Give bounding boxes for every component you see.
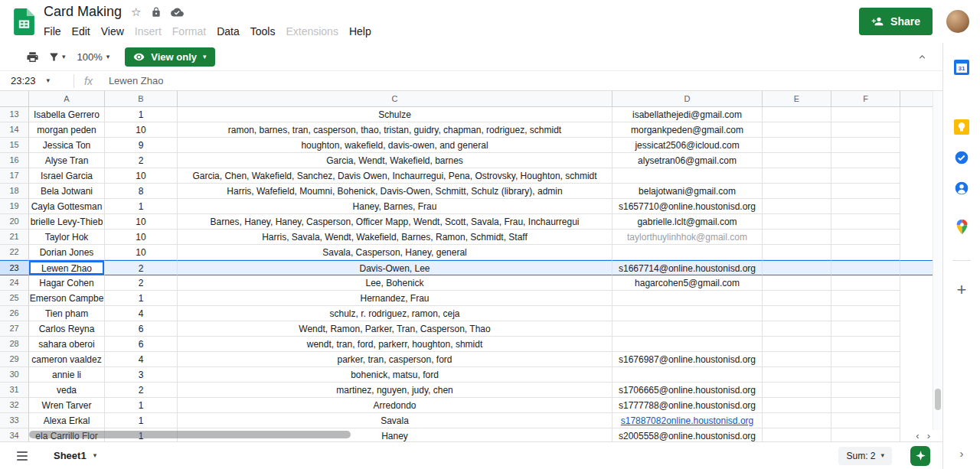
sheets-logo-icon[interactable] (14, 8, 34, 35)
cell-A17[interactable]: Israel Garcia (29, 168, 105, 184)
cell-D28[interactable] (612, 337, 763, 352)
cell-F13[interactable] (831, 107, 900, 122)
cell-A14[interactable]: morgan peden (29, 122, 105, 138)
cell-C24[interactable]: Lee, Bohenick (178, 275, 612, 291)
cell-F25[interactable] (831, 291, 900, 306)
cell-E26[interactable] (763, 306, 831, 321)
cell-F17[interactable] (831, 168, 900, 184)
cell-B31[interactable]: 2 (105, 383, 178, 398)
cell-A28[interactable]: sahara oberoi (29, 337, 105, 352)
cell-D16[interactable]: alysetran06@gmail.com (612, 153, 763, 168)
explore-button[interactable] (910, 446, 930, 466)
cell-E32[interactable] (763, 398, 831, 413)
cell-C32[interactable]: Arredondo (178, 398, 612, 413)
print-button[interactable] (21, 46, 43, 67)
cell-D14[interactable]: morgankpeden@gmail.com (612, 122, 763, 138)
cell-D17[interactable] (612, 168, 763, 184)
column-header-F[interactable]: F (831, 91, 900, 106)
cell-E15[interactable] (763, 138, 831, 153)
row-header-19[interactable]: 19 (0, 199, 29, 214)
cell-D21[interactable]: taylorthuylinhhok@gmail.com (612, 230, 763, 245)
cell-A16[interactable]: Alyse Tran (29, 153, 105, 168)
cell-F14[interactable] (831, 122, 900, 138)
cell-D31[interactable]: s1706665@online.houstonisd.org (612, 383, 763, 398)
row-header-23[interactable]: 23 (0, 260, 29, 275)
row-header-27[interactable]: 27 (0, 321, 29, 337)
cell-A18[interactable]: Bela Jotwani (29, 184, 105, 199)
hide-toolbar-button[interactable] (917, 52, 927, 62)
cell-A33[interactable]: Alexa Erkal (29, 413, 105, 428)
cell-F20[interactable] (831, 214, 900, 230)
cell-A13[interactable]: Isabella Gerrero (29, 107, 105, 122)
cell-B32[interactable]: 1 (105, 398, 178, 413)
cell-C27[interactable]: Wendt, Ramon, Parker, Tran, Casperson, T… (178, 321, 612, 337)
cell-F19[interactable] (831, 199, 900, 214)
collapse-side-panel-button[interactable]: › (960, 447, 964, 460)
menu-data[interactable]: Data (211, 24, 245, 39)
cell-D27[interactable] (612, 321, 763, 337)
cell-A24[interactable]: Hagar Cohen (29, 275, 105, 291)
row-header-31[interactable]: 31 (0, 383, 29, 398)
cell-E19[interactable] (763, 199, 831, 214)
cell-E20[interactable] (763, 214, 831, 230)
cell-A26[interactable]: Tien pham (29, 306, 105, 321)
cell-D26[interactable] (612, 306, 763, 321)
cell-C15[interactable]: houghton, wakefield, davis-owen, and gen… (178, 138, 612, 153)
contacts-icon[interactable] (948, 174, 975, 202)
share-button[interactable]: Share (859, 8, 933, 35)
row-header-16[interactable]: 16 (0, 153, 29, 168)
cell-B19[interactable]: 1 (105, 199, 178, 214)
cell-B16[interactable]: 2 (105, 153, 178, 168)
cell-F27[interactable] (831, 321, 900, 337)
cell-B33[interactable]: 1 (105, 413, 178, 428)
cell-E29[interactable] (763, 352, 831, 367)
cell-A23[interactable]: Lewen Zhao (29, 260, 105, 275)
cell-C16[interactable]: Garcia, Wendt, Wakefield, barnes (178, 153, 612, 168)
cell-D18[interactable]: belajotwani@gmail.com (612, 184, 763, 199)
cell-E27[interactable] (763, 321, 831, 337)
cell-C20[interactable]: Barnes, Haney, Haney, Casperson, Officer… (178, 214, 612, 230)
cell-F23[interactable] (831, 260, 900, 275)
cell-E21[interactable] (763, 230, 831, 245)
cell-A32[interactable]: Wren Tarver (29, 398, 105, 413)
cell-A29[interactable]: cameron vaaldez (29, 352, 105, 367)
all-sheets-button[interactable] (14, 448, 31, 464)
cell-E14[interactable] (763, 122, 831, 138)
cell-F30[interactable] (831, 367, 900, 383)
cell-C25[interactable]: Hernandez, Frau (178, 291, 612, 306)
horizontal-scrollbar-thumb[interactable] (29, 431, 351, 438)
cell-C21[interactable]: Harris, Savala, Wendt, Wakefield, Barnes… (178, 230, 612, 245)
cell-C33[interactable]: Savala (178, 413, 612, 428)
cell-B30[interactable]: 3 (105, 367, 178, 383)
cell-E31[interactable] (763, 383, 831, 398)
cell-D33[interactable]: s17887082online.houstonisd.org (612, 413, 763, 428)
view-only-dropdown[interactable]: View only ▾ (125, 47, 214, 67)
cell-C31[interactable]: martinez, nguyen, judy, chen (178, 383, 612, 398)
row-header-14[interactable]: 14 (0, 122, 29, 138)
row-header-34[interactable]: 34 (0, 428, 29, 441)
column-header-B[interactable]: B (105, 91, 178, 106)
cell-E24[interactable] (763, 275, 831, 291)
row-header-24[interactable]: 24 (0, 275, 29, 291)
cell-B26[interactable]: 4 (105, 306, 178, 321)
menu-view[interactable]: View (96, 24, 129, 39)
cell-F32[interactable] (831, 398, 900, 413)
cell-B23[interactable]: 2 (105, 260, 178, 275)
cell-C28[interactable]: wendt, tran, ford, parkerr, houghton, sh… (178, 337, 612, 352)
cell-B21[interactable]: 10 (105, 230, 178, 245)
user-avatar[interactable] (946, 10, 969, 33)
document-status-cloud-icon[interactable] (171, 7, 184, 18)
cell-F15[interactable] (831, 138, 900, 153)
cell-D23[interactable]: s1667714@online.houstonisd.org (612, 260, 763, 275)
cell-F18[interactable] (831, 184, 900, 199)
cell-F21[interactable] (831, 230, 900, 245)
cell-B18[interactable]: 8 (105, 184, 178, 199)
cell-E18[interactable] (763, 184, 831, 199)
cell-F16[interactable] (831, 153, 900, 168)
cell-F26[interactable] (831, 306, 900, 321)
column-header-E[interactable]: E (763, 91, 831, 106)
row-header-20[interactable]: 20 (0, 214, 29, 230)
formula-input[interactable]: Lewen Zhao (103, 75, 164, 86)
cell-E30[interactable] (763, 367, 831, 383)
scroll-left-icon[interactable]: ‹ (916, 431, 919, 441)
